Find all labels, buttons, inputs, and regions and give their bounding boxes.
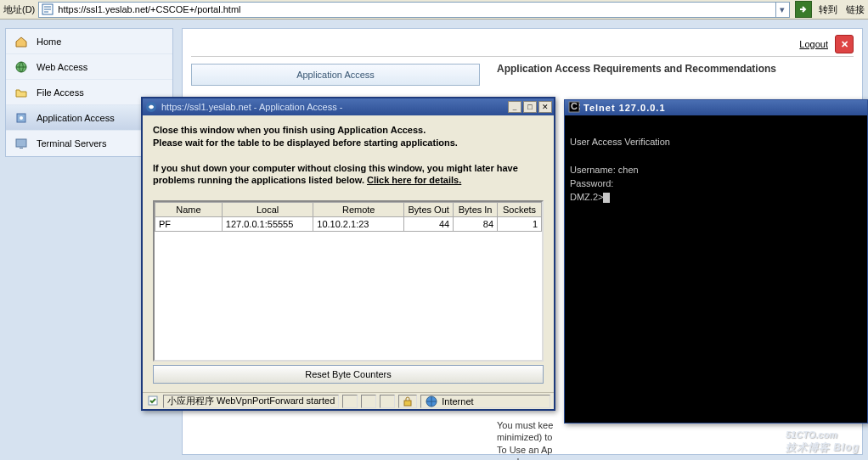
- telnet-title: Telnet 127.0.0.1: [583, 103, 666, 113]
- portal-close-button[interactable]: ✕: [835, 35, 854, 53]
- telnet-window: C: Telnet 127.0.0.1 User Access Verifica…: [564, 99, 868, 424]
- app-icon: [13, 109, 30, 126]
- sidebar-item-label: File Access: [37, 87, 84, 98]
- address-label: 地址(D): [0, 3, 38, 16]
- app-access-window: https://ssl1.yeslab.net - Application Ac…: [141, 97, 555, 411]
- right-column-title: Application Access Requirements and Reco…: [497, 63, 776, 75]
- sidebar-item-label: Web Access: [37, 62, 87, 72]
- globe-icon: [13, 59, 30, 76]
- cursor: [603, 193, 610, 203]
- maximize-button[interactable]: □: [523, 101, 537, 113]
- logout-link[interactable]: Logout: [799, 39, 828, 49]
- col-remote: Remote: [313, 203, 404, 217]
- col-bytes-out: Bytes Out: [404, 203, 454, 217]
- ie-mini-icon: [144, 100, 158, 114]
- col-name: Name: [155, 203, 223, 217]
- svg-rect-8: [404, 401, 411, 406]
- url-box[interactable]: ▾: [38, 2, 790, 18]
- lock-icon: [398, 395, 417, 408]
- url-input[interactable]: [58, 4, 775, 14]
- zone: Internet: [420, 395, 550, 408]
- home-icon: [13, 33, 30, 50]
- url-dropdown[interactable]: ▾: [775, 2, 787, 18]
- topbar: Logout ✕: [191, 34, 854, 54]
- ie-address-bar: 地址(D) ▾ 转到 链接: [0, 0, 868, 20]
- sidebar-item-web-access[interactable]: Web Access: [6, 54, 172, 80]
- status-text: 小应用程序 WebVpnPortForward started: [163, 395, 339, 408]
- terminal-icon: [13, 135, 30, 152]
- port-forward-table: Name Local Remote Bytes Out Bytes In Soc…: [153, 200, 544, 362]
- reset-byte-counters-button[interactable]: Reset Byte Counters: [153, 365, 544, 384]
- cmd-icon: C:: [568, 101, 580, 115]
- table-row[interactable]: PF 127.0.0.1:55555 10.10.2.1:23 44 84 1: [155, 217, 542, 232]
- links-button[interactable]: 链接: [846, 3, 865, 16]
- svg-rect-5: [20, 148, 23, 149]
- details-link[interactable]: Click here for details.: [367, 175, 461, 185]
- app-access-titlebar[interactable]: https://ssl1.yeslab.net - Application Ac…: [143, 98, 554, 115]
- page-icon: [41, 3, 54, 16]
- statusbar: 小应用程序 WebVpnPortForward started Internet: [143, 392, 554, 409]
- watermark: 51CTO.com 技术博客 Blog: [786, 417, 860, 455]
- applet-icon: [146, 394, 160, 409]
- instructions: Close this window when you finish using …: [153, 124, 544, 187]
- sidebar-item-label: Home: [37, 36, 61, 47]
- app-access-title: https://ssl1.yeslab.net - Application Ac…: [161, 102, 342, 112]
- col-bytes-in: Bytes In: [454, 203, 498, 217]
- terminal-output[interactable]: User Access Verification Username: chen …: [565, 115, 867, 211]
- minimize-button[interactable]: _: [508, 101, 521, 113]
- sidebar-item-label: Terminal Servers: [37, 138, 107, 149]
- svg-point-3: [20, 116, 23, 120]
- go-label: 转到: [819, 3, 837, 16]
- svg-text:C:: C:: [571, 101, 580, 111]
- col-sockets: Sockets: [498, 203, 542, 217]
- go-button[interactable]: [795, 1, 812, 18]
- col-local: Local: [222, 203, 313, 217]
- telnet-titlebar[interactable]: C: Telnet 127.0.0.1: [565, 100, 867, 115]
- tab-application-access[interactable]: Application Access: [191, 64, 480, 86]
- folder-icon: [13, 84, 30, 101]
- sidebar-item-home[interactable]: Home: [6, 29, 172, 54]
- sidebar-item-label: Application Access: [37, 113, 115, 123]
- close-button[interactable]: ✕: [538, 101, 552, 113]
- svg-rect-4: [16, 139, 26, 147]
- divider: [191, 56, 854, 57]
